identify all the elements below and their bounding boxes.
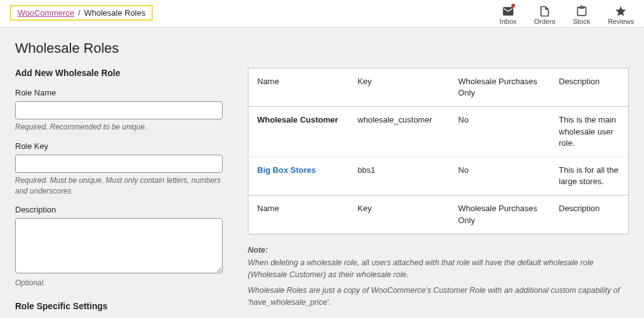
role-key-hint: Required. Must be unique. Must only cont… xyxy=(15,175,223,197)
table-footer-row: Name Key Wholesale Purchases Only Descri… xyxy=(248,195,629,234)
th-key[interactable]: Key xyxy=(349,69,450,107)
orders-icon xyxy=(538,5,551,18)
description-input[interactable] xyxy=(15,218,223,273)
cell-key: bbs1 xyxy=(349,156,450,195)
description-field: Description Optional. xyxy=(15,205,223,288)
description-label: Description xyxy=(15,205,223,214)
orders-label: Orders xyxy=(534,18,555,25)
role-name-field: Role Name Required. Recommended to be un… xyxy=(15,88,223,133)
breadcrumb-current: Wholesale Roles xyxy=(84,8,146,18)
orders-button[interactable]: Orders xyxy=(534,5,555,25)
reviews-icon xyxy=(614,5,627,18)
description-hint: Optional. xyxy=(15,278,223,288)
role-name-input[interactable] xyxy=(15,101,223,119)
page-body: Wholesale Roles Add New Wholesale Role R… xyxy=(0,28,644,318)
th-name[interactable]: Name xyxy=(248,69,349,107)
breadcrumb-parent-link[interactable]: WooCommerce xyxy=(18,8,74,18)
cell-desc: This is the main wholesale user role. xyxy=(550,107,629,157)
cell-wpo: No xyxy=(450,156,550,195)
tf-name[interactable]: Name xyxy=(248,195,349,234)
cell-wpo: No xyxy=(450,107,550,157)
cell-name: Big Box Stores xyxy=(248,156,349,195)
reviews-label: Reviews xyxy=(608,18,634,25)
th-desc[interactable]: Description xyxy=(550,69,629,107)
page-title: Wholesale Roles xyxy=(15,40,629,57)
form-column: Add New Wholesale Role Role Name Require… xyxy=(15,68,223,318)
table-row[interactable]: Wholesale Customer wholesale_customer No… xyxy=(248,107,629,157)
note-block: Note: When deleting a wholesale role, al… xyxy=(248,244,629,309)
tf-key[interactable]: Key xyxy=(349,195,450,234)
note-line-2: Wholesale Roles are just a copy of WooCo… xyxy=(248,285,629,309)
table-header-row: Name Key Wholesale Purchases Only Descri… xyxy=(248,69,629,107)
inbox-unread-dot xyxy=(511,4,515,8)
roles-table: Name Key Wholesale Purchases Only Descri… xyxy=(248,68,629,234)
note-line-1: When deleting a wholesale role, all user… xyxy=(248,257,629,281)
breadcrumb: WooCommerce / Wholesale Roles xyxy=(10,5,153,21)
tf-wpo[interactable]: Wholesale Purchases Only xyxy=(450,195,550,234)
cell-desc: This is for all the large stores. xyxy=(550,156,629,195)
note-label: Note: xyxy=(248,244,629,256)
top-bar: WooCommerce / Wholesale Roles Inbox Orde… xyxy=(0,0,644,28)
role-key-label: Role Key xyxy=(15,141,223,151)
stock-button[interactable]: Stock xyxy=(573,5,591,25)
role-key-field: Role Key Required. Must be unique. Must … xyxy=(15,141,223,197)
reviews-button[interactable]: Reviews xyxy=(608,5,634,25)
inbox-label: Inbox xyxy=(499,18,516,25)
top-icons: Inbox Orders Stock Reviews xyxy=(499,5,634,25)
table-row[interactable]: Big Box Stores bbs1 No This is for all t… xyxy=(248,156,629,195)
role-name-label: Role Name xyxy=(15,88,223,97)
role-key-input[interactable] xyxy=(15,155,223,173)
inbox-button[interactable]: Inbox xyxy=(499,5,516,25)
role-specific-settings-heading: Role Specific Settings xyxy=(15,301,223,311)
role-name-hint: Required. Recommended to be unique. xyxy=(15,122,223,133)
form-heading: Add New Wholesale Role xyxy=(15,68,223,78)
tf-desc[interactable]: Description xyxy=(550,195,629,234)
table-column: Name Key Wholesale Purchases Only Descri… xyxy=(248,68,629,318)
stock-icon xyxy=(575,5,588,18)
stock-label: Stock xyxy=(573,18,591,25)
breadcrumb-separator: / xyxy=(78,8,80,18)
cell-name: Wholesale Customer xyxy=(248,107,349,157)
th-wpo[interactable]: Wholesale Purchases Only xyxy=(450,69,550,107)
cell-key: wholesale_customer xyxy=(349,107,450,157)
